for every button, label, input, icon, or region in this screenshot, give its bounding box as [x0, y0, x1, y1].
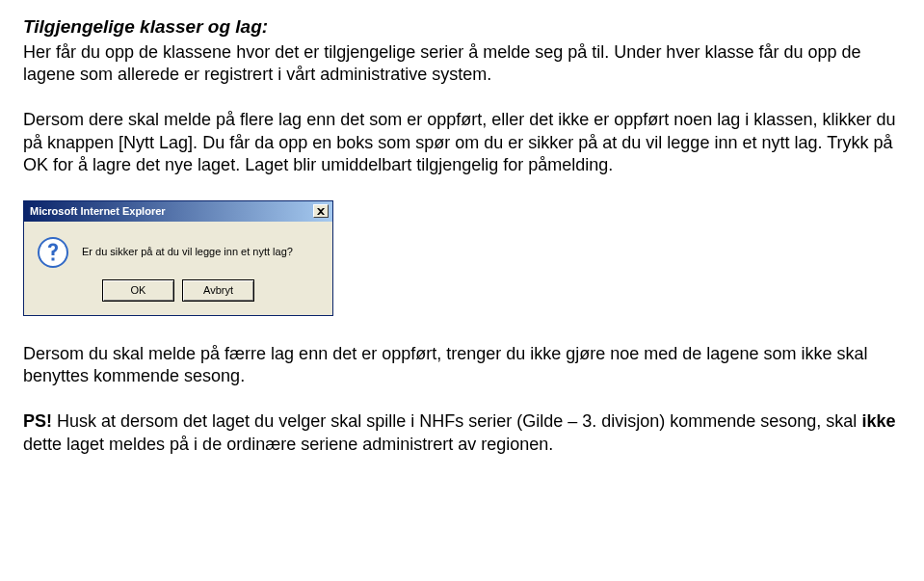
outro-paragraph-ps: PS! Husk at dersom det laget du velger s…: [23, 410, 901, 456]
close-icon[interactable]: [313, 204, 329, 218]
dialog-screenshot: Microsoft Internet Explorer Er du sikker…: [23, 200, 901, 316]
outro-paragraph-1: Dersom du skal melde på færre lag enn de…: [23, 343, 901, 388]
dialog-body: Er du sikker på at du vil legge inn et n…: [24, 222, 332, 279]
ps-text-2: dette laget meldes på i de ordinære seri…: [23, 435, 553, 454]
intro-paragraph-2: Dersom dere skal melde på flere lag enn …: [23, 109, 901, 176]
svg-rect-1: [52, 257, 55, 260]
ps-emphasis: ikke: [861, 411, 895, 431]
section-heading: Tilgjengelige klasser og lag:: [23, 15, 901, 40]
dialog-title-text: Microsoft Internet Explorer: [30, 204, 166, 218]
confirm-dialog: Microsoft Internet Explorer Er du sikker…: [23, 200, 333, 316]
ok-button[interactable]: OK: [102, 279, 174, 302]
intro-paragraph-1: Her får du opp de klassene hvor det er t…: [23, 41, 901, 87]
question-icon: [38, 237, 68, 268]
dialog-titlebar: Microsoft Internet Explorer: [24, 201, 332, 222]
dialog-message: Er du sikker på at du vil legge inn et n…: [82, 237, 293, 258]
ps-label: PS!: [23, 411, 52, 431]
cancel-button[interactable]: Avbryt: [182, 279, 254, 302]
ps-text-1: Husk at dersom det laget du velger skal …: [52, 411, 861, 431]
dialog-button-row: OK Avbryt: [24, 279, 332, 315]
